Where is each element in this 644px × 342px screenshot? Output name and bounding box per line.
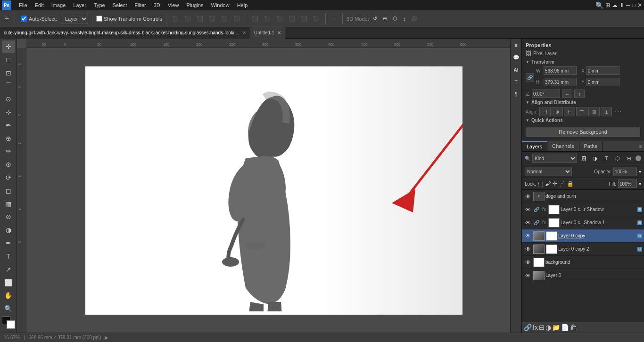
dist-center-btn[interactable]: ⬛ <box>262 15 272 23</box>
3d-btn-5[interactable]: 🎥 <box>409 15 420 23</box>
foreground-bg-colors[interactable] <box>2 317 15 329</box>
menu-file[interactable]: File <box>15 0 31 10</box>
dist-mid-btn[interactable]: ⬛ <box>299 15 309 23</box>
type-filter-btn[interactable]: T <box>602 154 611 163</box>
lock-all-btn[interactable]: 🔒 <box>567 180 574 187</box>
fill-dropdown-btn[interactable]: ▾ <box>639 181 641 187</box>
new-layer-btn[interactable]: 📄 <box>561 324 569 331</box>
new-group-btn[interactable]: 📁 <box>552 324 560 331</box>
second-tab[interactable]: Untitled-1 ✕ <box>250 27 285 39</box>
layer-item-background[interactable]: 👁 background <box>522 256 644 269</box>
dist-right-btn[interactable]: ⬛ <box>274 15 285 23</box>
align-right-edges-btn[interactable]: ⊢ <box>564 107 575 116</box>
more-align-btn[interactable]: ⋯ <box>613 108 623 115</box>
window-min-btn[interactable]: ─ <box>626 2 630 8</box>
layer-vis-icon[interactable]: 👁 <box>524 192 532 201</box>
auto-select-btn[interactable]: Auto-Select: <box>19 15 59 23</box>
angle-input[interactable] <box>532 90 560 98</box>
brush-tool[interactable]: ✏ <box>2 146 15 158</box>
kind-select[interactable]: Kind <box>532 154 577 163</box>
hand-tool[interactable]: ✋ <box>2 289 15 301</box>
align-top-btn[interactable]: ⬛ <box>207 15 217 23</box>
align-v-center-btn[interactable]: ⊞ <box>588 107 600 116</box>
opacity-dropdown-btn[interactable]: ▾ <box>639 169 641 174</box>
eyedropper-tool[interactable]: ✒ <box>2 119 15 131</box>
para-icon-btn[interactable]: ¶ <box>512 90 521 99</box>
3d-btn-1[interactable]: ↺ <box>371 15 379 23</box>
flip-h-btn[interactable]: ↔ <box>562 90 572 98</box>
x-input[interactable] <box>586 66 619 75</box>
y-input[interactable] <box>586 78 619 86</box>
blend-mode-select[interactable]: Normal <box>525 167 572 176</box>
search-icon-btn[interactable]: 🔍 <box>595 1 603 9</box>
delete-layer-btn[interactable]: 🗑 <box>570 324 577 331</box>
layer-item-doge-burn[interactable]: 👁 T doge and burn <box>522 190 644 203</box>
text-icon-btn[interactable]: T <box>512 77 521 87</box>
opacity-input[interactable] <box>613 167 637 176</box>
layer-item-copy[interactable]: 👁 Layer 0 copy ⊟ <box>522 229 644 243</box>
second-tab-close[interactable]: ✕ <box>277 30 281 35</box>
share-icon-btn[interactable]: ⬆ <box>619 2 624 8</box>
eraser-tool[interactable]: ◻ <box>2 185 15 197</box>
cloud-icon-btn[interactable]: ☁ <box>612 2 618 8</box>
shape-tool[interactable]: ⬜ <box>2 277 15 289</box>
menu-type[interactable]: Type <box>90 0 109 10</box>
photoshop-canvas[interactable] <box>85 66 462 315</box>
align-bottom-btn[interactable]: ⬛ <box>231 15 242 23</box>
show-transform-checkbox[interactable] <box>96 16 102 22</box>
lock-artboard-btn[interactable]: ⋰ <box>559 180 565 187</box>
align-mid-btn[interactable]: ⬛ <box>219 15 230 23</box>
ai-icon-btn[interactable]: AI <box>512 65 521 74</box>
layer-vis-icon-4[interactable]: 👁 <box>524 232 532 240</box>
layers-icon-btn[interactable]: ⊞ <box>605 2 610 8</box>
move-tool-btn[interactable]: ✛ <box>3 15 11 23</box>
lock-transparent-btn[interactable]: ⬚ <box>538 180 543 187</box>
link-layers-btn[interactable]: 🔗 <box>524 324 532 331</box>
crop-tool[interactable]: ⊹ <box>2 106 15 118</box>
adjustment-filter-btn[interactable]: ◑ <box>590 154 600 163</box>
align-bottom-edges-btn[interactable]: ⊥ <box>601 107 612 116</box>
lock-position-btn[interactable]: ✛ <box>553 180 557 187</box>
menu-select[interactable]: Select <box>109 0 131 10</box>
menu-edit[interactable]: Edit <box>31 0 48 10</box>
layer-item-shadow2[interactable]: 👁 🔗 fx Layer 0 c...Shadow 1 ⊟ <box>522 216 644 229</box>
add-mask-btn[interactable]: ⊟ <box>539 324 545 331</box>
menu-plugins[interactable]: Plugins <box>182 0 207 10</box>
active-tab[interactable]: cute-young-girl-with-dark-wavy-hairstyle… <box>0 27 250 39</box>
3d-btn-4[interactable]: ↕ <box>401 15 408 23</box>
status-arrow-btn[interactable]: ▶ <box>105 335 108 340</box>
panel-menu-btn[interactable]: ≡ <box>639 143 642 150</box>
width-input[interactable] <box>544 66 577 75</box>
layer-vis-icon-2[interactable]: 👁 <box>524 205 532 214</box>
shape-filter-btn[interactable]: ⬡ <box>613 154 622 163</box>
marquee-tool[interactable]: ⊡ <box>2 67 15 79</box>
layer-item-shadow1[interactable]: 👁 🔗 fx Layer 0 c...r Shadow ⊟ <box>522 203 644 216</box>
align-top-edges-btn[interactable]: ⊤ <box>576 107 587 116</box>
layer-item-layer0[interactable]: 👁 Layer 0 <box>522 269 644 282</box>
pen-tool[interactable]: ✒ <box>2 237 15 249</box>
3d-btn-3[interactable]: ⬡ <box>391 15 399 23</box>
window-max-btn[interactable]: □ <box>632 2 636 8</box>
menu-image[interactable]: Image <box>48 0 70 10</box>
link-wh-btn[interactable]: 🔗 <box>526 73 534 81</box>
dist-left-btn[interactable]: ⬛ <box>250 15 260 23</box>
channels-tab[interactable]: Channels <box>547 141 579 151</box>
move-tool[interactable]: ✛ <box>2 41 15 53</box>
more-options-btn[interactable]: ⋯ <box>330 15 339 23</box>
auto-select-checkbox[interactable] <box>21 16 27 22</box>
remove-background-btn[interactable]: Remove Background <box>526 127 640 137</box>
layer-item-copy2[interactable]: 👁 Layer 0 copy 2 ⊟ <box>522 243 644 256</box>
layer-vis-icon-6[interactable]: 👁 <box>524 258 532 267</box>
align-left-edges-btn[interactable]: ⊣ <box>539 107 551 116</box>
history-tool[interactable]: ⟳ <box>2 171 15 184</box>
fill-input[interactable] <box>618 179 637 188</box>
properties-icon-btn[interactable]: ≡ <box>512 41 521 50</box>
align-left-btn[interactable]: ⬛ <box>170 15 181 23</box>
path-select-tool[interactable]: ↗ <box>2 263 15 276</box>
paths-tab[interactable]: Paths <box>579 141 603 151</box>
active-tab-close[interactable]: ✕ <box>242 30 246 35</box>
chat-icon-btn[interactable]: 💬 <box>512 53 521 62</box>
pixel-filter-btn[interactable]: 🖼 <box>579 154 588 163</box>
menu-3d[interactable]: 3D <box>150 0 164 10</box>
blur-tool[interactable]: ⊘ <box>2 211 15 223</box>
